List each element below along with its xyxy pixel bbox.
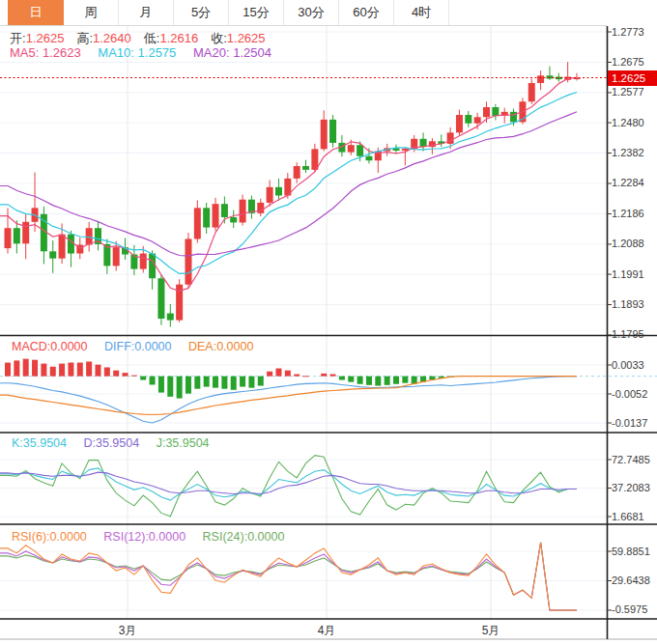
ohlc-low-label: 低:	[144, 31, 160, 45]
rsi12-value: 0.0000	[149, 530, 186, 544]
j-label: J:	[157, 436, 166, 450]
ma20-value: 1.2504	[233, 45, 271, 60]
ohlc-close-label: 收:	[211, 31, 227, 45]
ohlc-close-value: 1.2625	[227, 31, 266, 45]
ma10-value: 1.2575	[138, 45, 177, 60]
dea-line	[0, 377, 577, 415]
diff-value: 0.0000	[134, 340, 171, 353]
trading-chart-app: 日 周 月 5分 15分 30分 60分 4时 1.27731.26751.25…	[0, 0, 657, 644]
ma20-label: MA20:	[193, 45, 230, 60]
ohlc-high-value: 1.2640	[93, 31, 131, 45]
ohlc-low-value: 1.2616	[159, 31, 198, 45]
ma-readout: MA5: 1.2623 MA10: 1.2575 MA20: 1.2504	[10, 45, 285, 60]
macd-readout: MACD:0.0000 DIFF:0.0000 DEA:0.0000	[12, 340, 267, 353]
chart-canvas[interactable]	[0, 0, 657, 644]
ohlc-open-label: 开:	[10, 31, 26, 45]
dea-value: 0.0000	[216, 340, 253, 353]
rsi6-value: 0.0000	[50, 530, 87, 544]
dea-label: DEA:	[188, 340, 216, 353]
timeframe-tabbar: 日 周 月 5分 15分 30分 60分 4时	[0, 0, 607, 26]
kdj-readout: K:35.9504 D:35.9504 J:35.9504	[12, 436, 223, 450]
candles-layer	[5, 62, 581, 327]
rsi24-line	[0, 543, 577, 610]
current-price-badge: 1.2625	[608, 70, 657, 86]
rsi-readout: RSI(6):0.0000 RSI(12):0.0000 RSI(24):0.0…	[12, 530, 298, 544]
macd-value: 0.0000	[50, 340, 87, 353]
tab-30min[interactable]: 30分	[284, 0, 339, 25]
ma10-label: MA10:	[98, 45, 134, 60]
rsi6-label: RSI(6):	[12, 530, 50, 544]
k-value: 35.9504	[23, 436, 67, 450]
diff-label: DIFF:	[104, 340, 134, 353]
rsi24-label: RSI(24):	[203, 530, 248, 544]
d-line	[0, 472, 577, 493]
k-label: K:	[12, 436, 23, 450]
rsi12-label: RSI(12):	[103, 530, 149, 544]
rsi12-line	[0, 543, 577, 610]
rsi6-line	[0, 543, 577, 610]
tab-day[interactable]: 日	[8, 0, 64, 25]
tab-4hour[interactable]: 4时	[394, 0, 449, 25]
ma5-label: MA5:	[10, 45, 39, 60]
d-label: D:	[83, 436, 96, 450]
ma5-value: 1.2623	[43, 45, 81, 60]
ohlc-high-label: 高:	[76, 31, 93, 45]
tab-5min[interactable]: 5分	[174, 0, 229, 25]
tab-15min[interactable]: 15分	[229, 0, 284, 25]
k-line	[0, 468, 577, 500]
tab-60min[interactable]: 60分	[339, 0, 394, 25]
macd-label: MACD:	[12, 340, 50, 353]
d-value: 35.9504	[96, 436, 139, 450]
tab-month[interactable]: 月	[119, 0, 174, 25]
tab-week[interactable]: 周	[64, 0, 119, 25]
rsi24-value: 0.0000	[247, 530, 284, 544]
ohlc-open-value: 1.2625	[26, 31, 65, 45]
j-value: 35.9504	[165, 436, 209, 450]
diff-line	[0, 377, 577, 423]
